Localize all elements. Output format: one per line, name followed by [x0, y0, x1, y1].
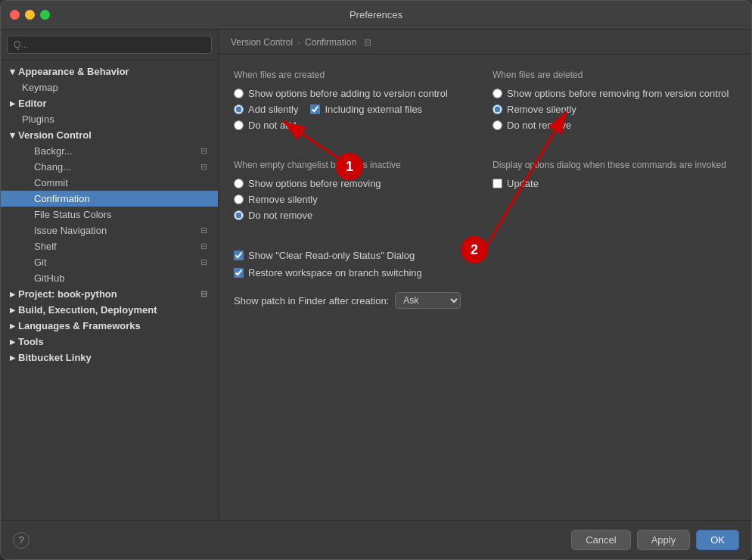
commands-section: Display options dialog when these comman… [493, 160, 736, 221]
sidebar-item-git[interactable]: Git ⊟ [1, 254, 218, 270]
chevron-right-icon: ▸ [10, 98, 15, 109]
deleted-section: When files are deleted Show options befo… [493, 70, 736, 131]
content-panel: Version Control › Confirmation ⊟ When fi… [219, 30, 751, 520]
deleted-radio-group: Show options before removing from versio… [493, 88, 736, 131]
created-add-silently-radio[interactable] [234, 104, 244, 114]
clear-readonly-row: Show "Clear Read-only Status" Dialog [234, 250, 736, 261]
settings-icon-header: ⊟ [364, 37, 371, 48]
patch-dropdown[interactable]: Ask Always Never [395, 292, 461, 309]
created-title: When files are created [234, 70, 477, 80]
sidebar-item-background[interactable]: Backgr... ⊟ [1, 143, 218, 159]
deleted-radio1-row: Show options before removing from versio… [493, 88, 736, 99]
sidebar-item-shelf[interactable]: Shelf ⊟ [1, 238, 218, 254]
deleted-donot-radio[interactable] [493, 120, 502, 130]
settings-icon: ⊟ [198, 146, 209, 157]
settings-icon6: ⊟ [198, 289, 209, 300]
changelist-radio-group: Show options before removing Remove sile… [234, 178, 477, 221]
deleted-donot-label: Do not remove [507, 120, 571, 131]
created-donot-radio[interactable] [234, 120, 244, 130]
action-buttons: Cancel Apply OK [571, 530, 739, 550]
chevron-right-icon-proj: ▸ [10, 288, 15, 300]
created-radio1-row: Show options before adding to version co… [234, 88, 477, 99]
sidebar-item-project[interactable]: ▸ Project: book-python ⊟ [1, 286, 218, 302]
sidebar-item-build[interactable]: ▸ Build, Execution, Deployment [1, 302, 218, 318]
created-radio2-row: Add silently Including external files [234, 104, 477, 115]
preferences-window: Preferences ▾ Appearance & Behavior Keym… [0, 0, 752, 560]
patch-row: Show patch in Finder after creation: Ask… [234, 292, 736, 309]
created-add-silently-label: Add silently [248, 104, 298, 115]
changelist-show-label: Show options before removing [248, 178, 381, 189]
content-header: Version Control › Confirmation ⊟ [219, 30, 751, 54]
bottom-bar: ? Cancel Apply OK [1, 520, 751, 559]
chevron-down-icon: ▾ [10, 66, 15, 77]
update-checkbox-row: Update [493, 178, 736, 189]
sidebar-item-commit[interactable]: Commit [1, 175, 218, 191]
two-column-layout-2: When empty changelist becomes inactive S… [234, 160, 736, 235]
apply-button[interactable]: Apply [637, 530, 691, 550]
chevron-right-icon-bb: ▸ [10, 352, 15, 363]
created-donot-label: Do not add [248, 120, 297, 131]
deleted-show-label: Show options before removing from versio… [507, 88, 729, 99]
sidebar-item-languages[interactable]: ▸ Languages & Frameworks [1, 318, 218, 334]
changelist-section: When empty changelist becomes inactive S… [234, 160, 477, 221]
sidebar-item-tools[interactable]: ▸ Tools [1, 334, 218, 350]
restore-workspace-checkbox[interactable] [234, 268, 244, 278]
changelist-show-radio[interactable] [234, 179, 244, 188]
deleted-remove-silently-radio[interactable] [493, 104, 502, 114]
changelist-radio2-row: Remove silently [234, 194, 477, 205]
search-input[interactable] [7, 36, 212, 54]
including-external-checkbox[interactable] [310, 104, 320, 114]
breadcrumb-confirmation: Confirmation [305, 37, 356, 48]
sidebar-item-appearance[interactable]: ▾ Appearance & Behavior [1, 64, 218, 79]
sidebar-item-plugins[interactable]: Plugins [1, 111, 218, 127]
breadcrumb-vc: Version Control [231, 37, 293, 48]
sidebar-item-editor[interactable]: ▸ Editor [1, 95, 218, 111]
settings-icon4: ⊟ [198, 241, 209, 252]
deleted-title: When files are deleted [493, 70, 736, 80]
sidebar-item-github[interactable]: GitHub [1, 270, 218, 286]
including-external-label: Including external files [325, 104, 422, 115]
close-button[interactable] [10, 10, 20, 20]
ok-button[interactable]: OK [696, 530, 739, 550]
sidebar-item-issue-nav[interactable]: Issue Navigation ⊟ [1, 222, 218, 238]
minimize-button[interactable] [25, 10, 35, 20]
update-checkbox[interactable] [493, 179, 502, 188]
window-title: Preferences [350, 9, 402, 20]
clear-readonly-checkbox[interactable] [234, 250, 244, 260]
main-content: ▾ Appearance & Behavior Keymap ▸ Editor … [1, 30, 751, 520]
sidebar-item-file-status[interactable]: File Status Colors [1, 207, 218, 222]
chevron-right-icon-tools: ▸ [10, 336, 15, 347]
created-radio-group: Show options before adding to version co… [234, 88, 477, 131]
changelist-radio3-row: Do not remove [234, 210, 477, 221]
update-label: Update [507, 178, 539, 189]
created-show-radio[interactable] [234, 89, 244, 98]
chevron-right-icon-build: ▸ [10, 304, 15, 316]
changelist-remove-radio[interactable] [234, 194, 244, 204]
deleted-radio2-row: Remove silently [493, 104, 736, 115]
sidebar-item-confirmation[interactable]: Confirmation [1, 191, 218, 207]
sidebar-items: ▾ Appearance & Behavior Keymap ▸ Editor … [1, 61, 218, 520]
cancel-button[interactable]: Cancel [571, 530, 630, 550]
sidebar-item-version-control[interactable]: ▾ Version Control [1, 127, 218, 143]
restore-workspace-row: Restore workspace on branch switching [234, 267, 736, 278]
search-box [1, 30, 218, 61]
changelist-donot-radio[interactable] [234, 210, 244, 220]
help-button[interactable]: ? [13, 532, 30, 549]
created-show-label: Show options before adding to version co… [248, 88, 448, 99]
breadcrumb-sep: › [297, 37, 300, 48]
sidebar-item-changelists[interactable]: Chang... ⊟ [1, 159, 218, 175]
changelist-radio1-row: Show options before removing [234, 178, 477, 189]
settings-icon5: ⊟ [198, 257, 209, 268]
deleted-radio3-row: Do not remove [493, 120, 736, 131]
deleted-show-radio[interactable] [493, 89, 502, 98]
content-body: When files are created Show options befo… [219, 54, 751, 520]
deleted-remove-silently-label: Remove silently [507, 104, 576, 115]
two-column-layout: When files are created Show options befo… [234, 70, 736, 145]
maximize-button[interactable] [40, 10, 50, 20]
created-section: When files are created Show options befo… [234, 70, 477, 131]
changelist-remove-label: Remove silently [248, 194, 318, 205]
sidebar-item-keymap[interactable]: Keymap [1, 79, 218, 95]
sidebar-item-bitbucket[interactable]: ▸ Bitbucket Linky [1, 350, 218, 366]
commands-title: Display options dialog when these comman… [493, 160, 736, 170]
changelist-donot-label: Do not remove [248, 210, 312, 221]
